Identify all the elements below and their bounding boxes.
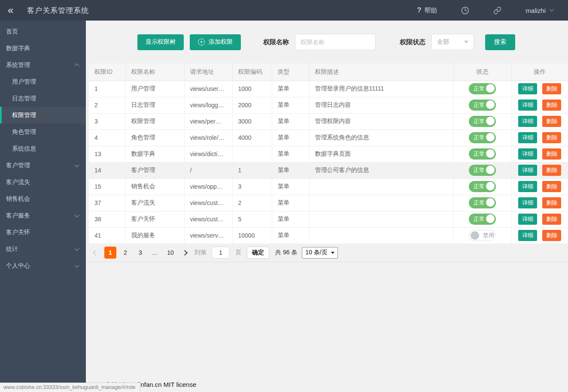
- sidebar-item[interactable]: 权限管理: [0, 107, 86, 124]
- goto-page-input[interactable]: [212, 247, 230, 259]
- delete-button[interactable]: 删除: [542, 214, 561, 225]
- sidebar-item[interactable]: 统计: [0, 241, 86, 257]
- page-button[interactable]: 1: [104, 247, 116, 259]
- add-permission-label: 添加权限: [209, 38, 233, 46]
- clock-icon[interactable]: [461, 6, 469, 15]
- sidebar-item-label: 销售机会: [6, 195, 30, 202]
- detail-button[interactable]: 详细: [518, 230, 537, 241]
- sidebar-menu: 首页 数据字典 系统管理 用户管理 日志管理 权限管理 角色管理: [0, 21, 86, 274]
- prev-page-button[interactable]: [93, 250, 98, 256]
- status-toggle-on[interactable]: 正常: [469, 132, 496, 143]
- status-toggle-on[interactable]: 正常: [469, 214, 496, 225]
- status-toggle-on[interactable]: 正常: [469, 100, 496, 111]
- confirm-page-button[interactable]: 确定: [247, 247, 269, 259]
- cell-type: 菜单: [272, 113, 309, 130]
- table-row: 2 日志管理 views/logg… 2000 菜单 管理日志内容 正常: [89, 97, 568, 113]
- cell-request-url: views/role/…: [184, 130, 232, 146]
- status-on-label: 正常: [474, 215, 485, 223]
- sidebar-item-label: 统计: [6, 245, 18, 252]
- detail-button[interactable]: 详细: [518, 181, 537, 192]
- cell-type: 菜单: [272, 97, 309, 113]
- detail-button[interactable]: 详细: [518, 116, 537, 127]
- sidebar: 首页 数据字典 系统管理 用户管理 日志管理 权限管理 角色管理: [0, 21, 86, 392]
- status-toggle-on[interactable]: 正常: [469, 181, 496, 192]
- page-button[interactable]: 2: [119, 247, 131, 259]
- status-toggle-on[interactable]: 正常: [469, 83, 496, 94]
- delete-button[interactable]: 删除: [542, 83, 561, 94]
- page-size-select[interactable]: 10 条/页: [302, 247, 337, 259]
- sidebar-item[interactable]: 角色管理: [0, 124, 86, 140]
- sidebar-item[interactable]: 客户服务: [0, 207, 86, 224]
- detail-button[interactable]: 详细: [518, 197, 537, 208]
- sidebar-item[interactable]: 首页: [0, 23, 86, 40]
- sidebar-item[interactable]: 个人中心: [0, 257, 86, 274]
- delete-button[interactable]: 删除: [542, 197, 561, 208]
- page-button[interactable]: …: [149, 247, 161, 259]
- status-toggle-off[interactable]: 禁用: [469, 230, 496, 241]
- sidebar-item[interactable]: 系统信息: [0, 140, 86, 157]
- add-permission-button[interactable]: + 添加权限: [190, 34, 241, 50]
- status-toggle-on[interactable]: 正常: [469, 148, 496, 160]
- permission-name-input[interactable]: [295, 34, 376, 50]
- status-toggle-on[interactable]: 正常: [469, 197, 496, 208]
- help-button[interactable]: ? 帮助: [417, 6, 437, 15]
- detail-button[interactable]: 详细: [518, 100, 537, 111]
- search-button[interactable]: 搜索: [485, 34, 515, 50]
- detail-button[interactable]: 详细: [518, 165, 537, 176]
- sidebar-item[interactable]: 销售机会: [0, 190, 86, 207]
- chevron-icon: [74, 212, 79, 217]
- status-toggle-on[interactable]: 正常: [469, 116, 496, 127]
- page-size-value: 10 条/页: [305, 249, 327, 256]
- plus-circle-icon: +: [198, 39, 205, 45]
- status-on-label: 正常: [474, 150, 485, 158]
- cell-request-url: views/per…: [184, 113, 232, 130]
- show-permission-tree-button[interactable]: 显示权限树: [137, 34, 184, 50]
- delete-button[interactable]: 删除: [542, 230, 561, 241]
- sidebar-item[interactable]: 系统管理: [0, 57, 86, 73]
- link-icon[interactable]: [493, 6, 501, 15]
- detail-button[interactable]: 详细: [518, 148, 537, 160]
- cell-permission-id: 1: [89, 81, 125, 97]
- sidebar-item[interactable]: 客户流失: [0, 174, 86, 190]
- detail-button[interactable]: 详细: [518, 214, 537, 225]
- permission-status-select[interactable]: 全部: [431, 34, 474, 50]
- sidebar-item[interactable]: 客户关怀: [0, 224, 86, 241]
- cell-permission-name: 角色管理: [125, 130, 184, 146]
- table-row: 14 客户管理 / 1 菜单 管理公司客户的信息 正常: [89, 162, 568, 178]
- sidebar-item[interactable]: 用户管理: [0, 73, 86, 90]
- sidebar-item[interactable]: 数据字典: [0, 40, 86, 57]
- page-button[interactable]: 10: [164, 247, 176, 259]
- cell-permission-name: 日志管理: [125, 97, 184, 113]
- cell-permission-code: 3000: [232, 113, 272, 130]
- collapse-sidebar-icon[interactable]: «: [8, 5, 13, 15]
- detail-button[interactable]: 详细: [518, 132, 537, 143]
- cell-permission-code: 2: [232, 195, 272, 211]
- chevron-icon: [74, 246, 79, 250]
- sidebar-item[interactable]: 客户管理: [0, 157, 86, 174]
- col-status: 状态: [453, 63, 511, 81]
- table-row: 38 客户关怀 views/cust… 5 菜单 正常: [89, 211, 568, 227]
- user-menu[interactable]: malizhi: [525, 7, 553, 14]
- col-permission-id: 权限ID: [89, 63, 125, 81]
- sidebar-item-label: 日志管理: [12, 95, 36, 102]
- page-button[interactable]: 3: [134, 247, 146, 259]
- permissions-table: 权限ID 权限名称 请求地址 权限编码 类型 权限描述 状态 操作 1 用户管理…: [89, 63, 568, 244]
- delete-button[interactable]: 删除: [542, 100, 561, 111]
- cell-description: [309, 195, 453, 211]
- status-toggle-on[interactable]: 正常: [469, 165, 496, 176]
- delete-button[interactable]: 删除: [542, 165, 561, 176]
- sidebar-item-label: 首页: [6, 28, 18, 35]
- sidebar-item[interactable]: 日志管理: [0, 90, 86, 107]
- delete-button[interactable]: 删除: [542, 116, 561, 127]
- next-page-button[interactable]: [182, 250, 188, 256]
- cell-permission-code: 3: [232, 178, 272, 195]
- cell-permission-name: 客户关怀: [125, 211, 184, 227]
- toggle-knob: [486, 117, 495, 125]
- delete-button[interactable]: 删除: [542, 132, 561, 143]
- delete-button[interactable]: 删除: [542, 181, 561, 192]
- footer-copyright: 2017 © kit.zhengjinfan.cn MIT license: [86, 381, 568, 392]
- detail-button[interactable]: 详细: [518, 83, 537, 94]
- delete-button[interactable]: 删除: [542, 148, 561, 160]
- cell-type: 菜单: [272, 178, 309, 195]
- total-count-label: 共 96 条: [275, 249, 297, 256]
